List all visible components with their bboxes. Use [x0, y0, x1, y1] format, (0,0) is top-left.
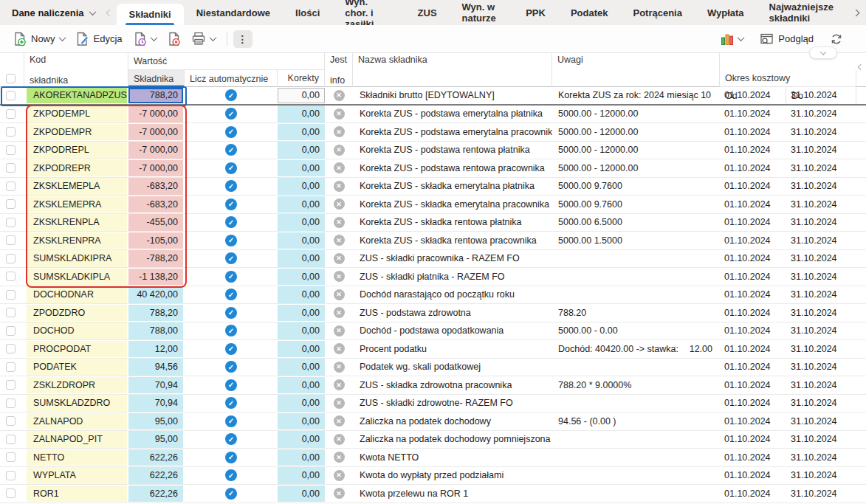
row-checkbox[interactable] [0, 178, 24, 196]
cell-nazwa[interactable]: Podatek wg. skali podatkowej [353, 359, 552, 376]
header-nazwa-skladnika[interactable]: Nazwa składnika [353, 53, 552, 87]
cell-jest-info[interactable] [325, 142, 353, 159]
cell-wartosc[interactable]: 788,20 [128, 87, 185, 104]
table-row[interactable]: SUMSKLADZDRO 70,94 0,00 ZUS - składki zd… [0, 395, 866, 413]
cell-okres-do[interactable]: 31.10.2024 [786, 359, 856, 376]
cell-korekty[interactable]: 0,00 [278, 485, 325, 503]
header-jest-info[interactable]: Jest info [325, 53, 353, 87]
cell-jest-info[interactable] [325, 232, 353, 249]
cell-okres-do[interactable]: 31.10.2024 [786, 449, 856, 466]
cell-okres-od[interactable]: 01.10.2024 [720, 376, 786, 394]
cell-wartosc[interactable]: 70,94 [128, 376, 185, 394]
cell-licz-automatycznie[interactable] [185, 214, 278, 232]
tab-wyn-w-naturze[interactable]: Wyn. w naturze [450, 0, 514, 25]
cell-jest-info[interactable] [325, 268, 353, 286]
cell-okres-do[interactable]: 31.10.2024 [786, 159, 856, 177]
cell-uwagi[interactable]: 5000.00 9.7600 [552, 178, 720, 196]
table-row[interactable]: ROR1 622,26 0,00 Kwota przelewu na ROR 1… [0, 485, 866, 503]
select-all-checkbox[interactable] [0, 53, 24, 87]
cell-nazwa[interactable]: Kwota przelewu na ROR 1 [353, 485, 552, 503]
row-checkbox[interactable] [0, 214, 24, 232]
cell-licz-automatycznie[interactable] [185, 304, 278, 322]
cell-jest-info[interactable] [325, 467, 353, 485]
cell-kod[interactable]: ZPODZDRO [24, 304, 128, 322]
cell-okres-od[interactable]: 01.10.2024 [720, 322, 786, 340]
tab-wyn-chor-i-zasiłki[interactable]: Wyn. chor. i zasiłki [332, 0, 405, 25]
cell-licz-automatycznie[interactable] [185, 232, 278, 249]
cell-korekty[interactable]: 0,00 [278, 395, 325, 412]
cell-nazwa[interactable]: Dochód - podstawa opodatkowania [353, 322, 552, 340]
cell-okres-do[interactable]: 31.10.2024 [786, 322, 856, 340]
cell-nazwa[interactable]: Kwota NETTO [353, 449, 552, 466]
cell-jest-info[interactable] [325, 214, 353, 232]
cell-korekty[interactable]: 0,00 [278, 304, 325, 322]
row-checkbox[interactable] [0, 304, 24, 322]
cell-licz-automatycznie[interactable] [185, 376, 278, 394]
cell-uwagi[interactable]: 5000.00 - 12000.00 [552, 142, 720, 159]
delete-button[interactable] [162, 29, 186, 49]
cell-okres-od[interactable]: 01.10.2024 [720, 359, 786, 376]
cell-kod[interactable]: DOCHOD [24, 322, 128, 340]
cell-licz-automatycznie[interactable] [185, 395, 278, 412]
cell-korekty[interactable]: 0,00 [278, 286, 325, 304]
header-licz-automatycznie[interactable]: Licz automatycznie [185, 70, 278, 87]
table-row[interactable]: ZKPODEMPL -7 000,00 0,00 Korekta ZUS - p… [0, 106, 866, 124]
cell-nazwa[interactable]: Korekta ZUS - składka emerytalna pracown… [353, 196, 552, 213]
cell-kod[interactable]: ZKSKLEMEPRA [24, 196, 128, 213]
cell-nazwa[interactable]: Zaliczka na podatek dochodowy [353, 412, 552, 430]
print-button[interactable] [186, 29, 221, 49]
cell-kod[interactable]: SUMSKLADKIPLA [24, 268, 128, 286]
cell-wartosc[interactable]: -683,20 [128, 178, 185, 196]
row-checkbox[interactable] [0, 87, 24, 104]
table-row[interactable]: DOCHODNAR 40 420,00 0,00 Dochód narastaj… [0, 286, 866, 305]
cell-uwagi[interactable]: 5000.00 1.5000 [552, 232, 720, 249]
cell-okres-od[interactable]: 01.10.2024 [720, 142, 786, 159]
collapse-panel-handle[interactable] [856, 59, 866, 75]
cell-nazwa[interactable]: Procent podatku [353, 340, 552, 358]
cell-wartosc[interactable]: -7 000,00 [128, 142, 185, 159]
cell-licz-automatycznie[interactable] [185, 250, 278, 268]
cell-uwagi[interactable]: 94.56 - (0.00 ) [552, 412, 720, 430]
cell-nazwa[interactable]: Korekta ZUS - podstawa emerytalna pracow… [353, 123, 552, 141]
cell-jest-info[interactable] [325, 304, 353, 322]
cell-okres-do[interactable]: 31.10.2024 [786, 123, 856, 141]
more-actions-button[interactable]: ⋮ [233, 30, 252, 48]
cell-licz-automatycznie[interactable] [185, 340, 278, 358]
cell-okres-od[interactable]: 01.10.2024 [720, 106, 786, 123]
cell-nazwa[interactable]: Składniki brutto [EDYTOWALNY] [353, 87, 552, 104]
cell-uwagi[interactable]: 5000.00 9.7600 [552, 196, 720, 213]
cell-uwagi[interactable] [552, 449, 720, 466]
cell-wartosc[interactable]: 12,00 [128, 340, 185, 358]
cell-jest-info[interactable] [325, 106, 353, 123]
row-checkbox[interactable] [0, 106, 24, 123]
cell-uwagi[interactable] [552, 467, 720, 485]
row-checkbox[interactable] [0, 340, 24, 358]
cell-uwagi[interactable]: 788.20 * 9.0000% [552, 376, 720, 394]
cell-nazwa[interactable]: Korekta ZUS - składka emerytalna płatnik… [353, 178, 552, 196]
cell-kod[interactable]: ZKPODEMPL [24, 106, 128, 123]
cell-uwagi[interactable] [552, 431, 720, 449]
cell-kod[interactable]: ZKPODEMPR [24, 123, 128, 141]
chart-button[interactable] [715, 30, 749, 49]
cell-licz-automatycznie[interactable] [185, 87, 278, 104]
tab-ilości[interactable]: Ilości [283, 0, 332, 25]
table-row[interactable]: ZKSKLEMEPLA -683,20 0,00 Korekta ZUS - s… [0, 178, 866, 196]
tab-scroll-right[interactable] [846, 10, 866, 15]
row-checkbox[interactable] [0, 159, 24, 177]
cell-uwagi[interactable] [552, 395, 720, 412]
cell-okres-od[interactable]: 01.10.2024 [720, 250, 786, 268]
cell-jest-info[interactable] [325, 359, 353, 376]
cell-korekty[interactable]: 0,00 [278, 449, 325, 466]
cell-wartosc[interactable]: 95,00 [128, 431, 185, 449]
row-checkbox[interactable] [0, 268, 24, 286]
row-checkbox[interactable] [0, 286, 24, 304]
cell-okres-do[interactable]: 31.10.2024 [786, 376, 856, 394]
cell-kod[interactable]: SUMSKLADKIPRA [24, 250, 128, 268]
cell-wartosc[interactable]: 40 420,00 [128, 286, 185, 304]
cell-okres-do[interactable]: 31.10.2024 [786, 431, 856, 449]
cell-wartosc[interactable]: -683,20 [128, 196, 185, 213]
column-options-pill[interactable] [809, 46, 837, 59]
cell-korekty[interactable]: 0,00 [278, 178, 325, 196]
cell-okres-od[interactable]: 01.10.2024 [720, 214, 786, 232]
cell-okres-do[interactable]: 31.10.2024 [786, 178, 856, 196]
